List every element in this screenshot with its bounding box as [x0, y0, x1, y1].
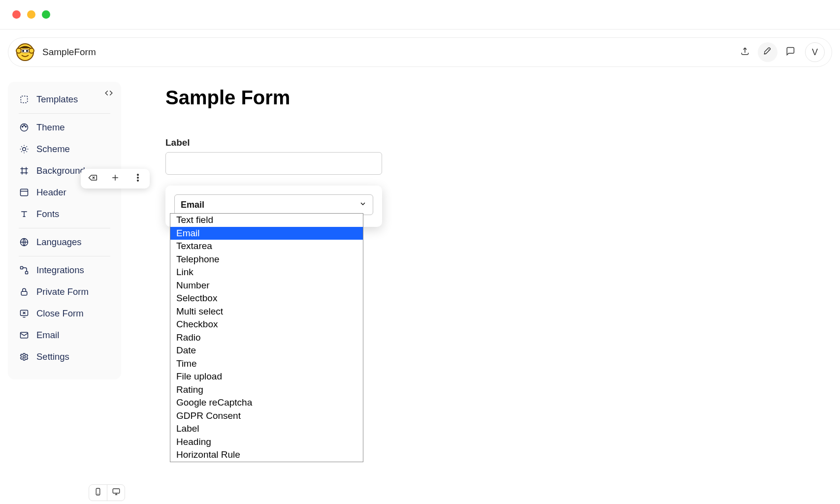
svg-point-9: [24, 125, 25, 126]
field-type-option[interactable]: Text field: [170, 214, 363, 227]
sidebar-separator: [19, 228, 110, 228]
field-type-option[interactable]: Heading: [170, 436, 363, 449]
lock-icon: [19, 286, 30, 297]
sidebar-item-scheme[interactable]: Scheme: [8, 138, 121, 160]
svg-point-20: [137, 174, 139, 176]
window-close-dot[interactable]: [12, 10, 21, 19]
svg-rect-14: [21, 267, 23, 269]
rocket-icon: [763, 46, 773, 58]
sidebar-item-label: Background: [36, 165, 85, 176]
field-type-option[interactable]: Email: [170, 227, 363, 240]
comments-button[interactable]: [780, 42, 800, 62]
svg-point-10: [25, 126, 26, 127]
code-angle-brackets-icon: [104, 89, 113, 99]
device-mobile-button[interactable]: [89, 485, 107, 501]
workflow-icon: [19, 265, 30, 276]
share-button[interactable]: [735, 42, 755, 62]
monitor-icon: [112, 487, 121, 498]
sidebar-item-email[interactable]: Email: [8, 324, 121, 346]
field-type-option[interactable]: Link: [170, 266, 363, 279]
field-type-option[interactable]: Textarea: [170, 240, 363, 253]
device-desktop-button[interactable]: [107, 485, 125, 501]
sidebar-item-integrations[interactable]: Integrations: [8, 259, 121, 281]
gear-icon: [19, 351, 30, 362]
sidebar-item-label: Close Form: [36, 308, 84, 319]
sidebar: Templates Theme Scheme Background Header…: [8, 82, 121, 379]
field-type-option[interactable]: Date: [170, 344, 363, 357]
field-type-option[interactable]: Radio: [170, 331, 363, 345]
field-type-option[interactable]: Telephone: [170, 253, 363, 266]
field-type-dropdown[interactable]: Text fieldEmailTextareaTelephoneLinkNumb…: [170, 213, 363, 462]
code-toggle-button[interactable]: [102, 88, 115, 100]
form-name[interactable]: SampleForm: [42, 47, 96, 58]
sidebar-item-label: Languages: [36, 237, 82, 248]
globe-icon: [19, 237, 30, 248]
app-header: SampleForm V: [8, 37, 832, 67]
sidebar-item-label: Header: [36, 187, 66, 198]
field-text-input[interactable]: [165, 152, 382, 175]
field-type-option[interactable]: GDPR Consent: [170, 410, 363, 423]
field-type-option[interactable]: Multi select: [170, 305, 363, 318]
sidebar-separator: [19, 113, 110, 114]
field-type-option[interactable]: Rating: [170, 383, 363, 397]
form-canvas: Sample Form Label Email Text fieldEmailT…: [165, 82, 832, 227]
delete-field-button[interactable]: [87, 173, 98, 185]
sidebar-item-label: Email: [36, 330, 59, 341]
field-type-option[interactable]: Label: [170, 422, 363, 436]
window-minimize-dot[interactable]: [27, 10, 35, 19]
smartphone-icon: [94, 487, 102, 498]
monitor-x-icon: [19, 308, 30, 319]
mail-icon: [19, 330, 30, 341]
sidebar-item-fonts[interactable]: Fonts: [8, 203, 121, 225]
plus-icon: [110, 173, 120, 185]
field-type-option[interactable]: Selectbox: [170, 292, 363, 305]
sidebar-item-label: Integrations: [36, 265, 84, 276]
sidebar-item-label: Templates: [36, 94, 78, 105]
sidebar-item-private-form[interactable]: Private Form: [8, 281, 121, 303]
svg-point-22: [137, 180, 139, 182]
form-field-block[interactable]: Label: [165, 137, 382, 175]
svg-rect-24: [113, 489, 120, 493]
more-vertical-icon: [133, 173, 143, 185]
field-label: Label: [165, 137, 382, 148]
svg-point-1: [16, 48, 21, 53]
svg-point-5: [26, 50, 28, 52]
svg-point-8: [22, 126, 23, 127]
field-type-option[interactable]: Time: [170, 357, 363, 371]
launch-button[interactable]: [758, 42, 777, 62]
device-preview-switch: [89, 484, 125, 501]
chevron-down-icon: [359, 200, 367, 210]
sidebar-item-label: Fonts: [36, 209, 59, 220]
user-avatar[interactable]: V: [805, 42, 825, 62]
templates-icon: [19, 94, 30, 105]
field-type-select[interactable]: Email: [174, 194, 373, 215]
sidebar-item-theme[interactable]: Theme: [8, 117, 121, 138]
layout-header-icon: [19, 187, 30, 198]
svg-point-19: [23, 356, 26, 358]
sidebar-item-close-form[interactable]: Close Form: [8, 303, 121, 324]
message-square-icon: [785, 46, 795, 58]
svg-rect-15: [26, 272, 28, 274]
window-titlebar: [0, 0, 840, 30]
svg-point-4: [22, 50, 24, 52]
field-more-button[interactable]: [132, 173, 144, 185]
field-type-option[interactable]: File upload: [170, 370, 363, 383]
sidebar-item-label: Theme: [36, 122, 65, 133]
window-maximize-dot[interactable]: [42, 10, 50, 19]
sun-moon-icon: [19, 144, 30, 155]
field-row-toolbar: [81, 169, 150, 189]
palette-icon: [19, 122, 30, 133]
share-upload-icon: [740, 46, 750, 58]
field-type-panel: Email Text fieldEmailTextareaTelephoneLi…: [165, 186, 382, 227]
field-type-option[interactable]: Checkbox: [170, 318, 363, 331]
add-field-button[interactable]: [109, 173, 121, 185]
field-type-option[interactable]: Number: [170, 279, 363, 292]
sidebar-item-settings[interactable]: Settings: [8, 346, 121, 368]
field-type-option[interactable]: Google reCaptcha: [170, 396, 363, 410]
form-title[interactable]: Sample Form: [165, 87, 832, 109]
sidebar-separator: [19, 256, 110, 256]
field-type-option[interactable]: Horizontal Rule: [170, 448, 363, 462]
svg-point-21: [137, 177, 139, 179]
svg-rect-16: [21, 291, 27, 295]
sidebar-item-languages[interactable]: Languages: [8, 231, 121, 253]
